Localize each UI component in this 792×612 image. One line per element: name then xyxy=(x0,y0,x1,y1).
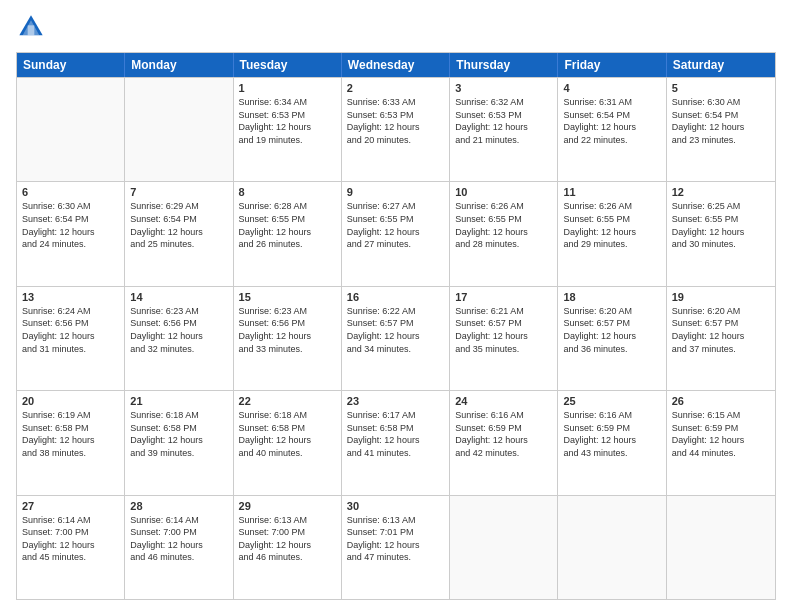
day-info: Sunrise: 6:29 AMSunset: 6:54 PMDaylight:… xyxy=(130,200,227,250)
day-info: Sunrise: 6:34 AMSunset: 6:53 PMDaylight:… xyxy=(239,96,336,146)
day-cell-10: 10Sunrise: 6:26 AMSunset: 6:55 PMDayligh… xyxy=(450,182,558,285)
day-cell-25: 25Sunrise: 6:16 AMSunset: 6:59 PMDayligh… xyxy=(558,391,666,494)
empty-cell xyxy=(17,78,125,181)
calendar: SundayMondayTuesdayWednesdayThursdayFrid… xyxy=(16,52,776,600)
calendar-header-row: SundayMondayTuesdayWednesdayThursdayFrid… xyxy=(17,53,775,77)
day-number: 24 xyxy=(455,395,552,407)
day-cell-15: 15Sunrise: 6:23 AMSunset: 6:56 PMDayligh… xyxy=(234,287,342,390)
day-number: 1 xyxy=(239,82,336,94)
day-cell-30: 30Sunrise: 6:13 AMSunset: 7:01 PMDayligh… xyxy=(342,496,450,599)
day-cell-1: 1Sunrise: 6:34 AMSunset: 6:53 PMDaylight… xyxy=(234,78,342,181)
empty-cell xyxy=(558,496,666,599)
day-info: Sunrise: 6:16 AMSunset: 6:59 PMDaylight:… xyxy=(563,409,660,459)
day-info: Sunrise: 6:22 AMSunset: 6:57 PMDaylight:… xyxy=(347,305,444,355)
weekday-header-thursday: Thursday xyxy=(450,53,558,77)
day-number: 27 xyxy=(22,500,119,512)
calendar-week-1: 1Sunrise: 6:34 AMSunset: 6:53 PMDaylight… xyxy=(17,77,775,181)
day-cell-16: 16Sunrise: 6:22 AMSunset: 6:57 PMDayligh… xyxy=(342,287,450,390)
day-cell-11: 11Sunrise: 6:26 AMSunset: 6:55 PMDayligh… xyxy=(558,182,666,285)
day-info: Sunrise: 6:18 AMSunset: 6:58 PMDaylight:… xyxy=(239,409,336,459)
day-cell-22: 22Sunrise: 6:18 AMSunset: 6:58 PMDayligh… xyxy=(234,391,342,494)
day-cell-23: 23Sunrise: 6:17 AMSunset: 6:58 PMDayligh… xyxy=(342,391,450,494)
day-number: 29 xyxy=(239,500,336,512)
day-cell-14: 14Sunrise: 6:23 AMSunset: 6:56 PMDayligh… xyxy=(125,287,233,390)
calendar-body: 1Sunrise: 6:34 AMSunset: 6:53 PMDaylight… xyxy=(17,77,775,599)
weekday-header-saturday: Saturday xyxy=(667,53,775,77)
calendar-week-3: 13Sunrise: 6:24 AMSunset: 6:56 PMDayligh… xyxy=(17,286,775,390)
day-number: 21 xyxy=(130,395,227,407)
day-cell-29: 29Sunrise: 6:13 AMSunset: 7:00 PMDayligh… xyxy=(234,496,342,599)
day-info: Sunrise: 6:26 AMSunset: 6:55 PMDaylight:… xyxy=(455,200,552,250)
day-cell-7: 7Sunrise: 6:29 AMSunset: 6:54 PMDaylight… xyxy=(125,182,233,285)
calendar-week-4: 20Sunrise: 6:19 AMSunset: 6:58 PMDayligh… xyxy=(17,390,775,494)
day-number: 20 xyxy=(22,395,119,407)
empty-cell xyxy=(450,496,558,599)
day-cell-18: 18Sunrise: 6:20 AMSunset: 6:57 PMDayligh… xyxy=(558,287,666,390)
day-info: Sunrise: 6:13 AMSunset: 7:01 PMDaylight:… xyxy=(347,514,444,564)
day-number: 3 xyxy=(455,82,552,94)
day-info: Sunrise: 6:16 AMSunset: 6:59 PMDaylight:… xyxy=(455,409,552,459)
header xyxy=(16,12,776,42)
day-number: 4 xyxy=(563,82,660,94)
day-cell-27: 27Sunrise: 6:14 AMSunset: 7:00 PMDayligh… xyxy=(17,496,125,599)
logo xyxy=(16,12,50,42)
day-cell-13: 13Sunrise: 6:24 AMSunset: 6:56 PMDayligh… xyxy=(17,287,125,390)
weekday-header-monday: Monday xyxy=(125,53,233,77)
day-number: 8 xyxy=(239,186,336,198)
day-info: Sunrise: 6:30 AMSunset: 6:54 PMDaylight:… xyxy=(22,200,119,250)
day-number: 18 xyxy=(563,291,660,303)
day-number: 12 xyxy=(672,186,770,198)
weekday-header-tuesday: Tuesday xyxy=(234,53,342,77)
page: SundayMondayTuesdayWednesdayThursdayFrid… xyxy=(0,0,792,612)
day-info: Sunrise: 6:18 AMSunset: 6:58 PMDaylight:… xyxy=(130,409,227,459)
day-cell-5: 5Sunrise: 6:30 AMSunset: 6:54 PMDaylight… xyxy=(667,78,775,181)
empty-cell xyxy=(125,78,233,181)
day-cell-24: 24Sunrise: 6:16 AMSunset: 6:59 PMDayligh… xyxy=(450,391,558,494)
day-info: Sunrise: 6:21 AMSunset: 6:57 PMDaylight:… xyxy=(455,305,552,355)
day-cell-3: 3Sunrise: 6:32 AMSunset: 6:53 PMDaylight… xyxy=(450,78,558,181)
day-number: 15 xyxy=(239,291,336,303)
day-info: Sunrise: 6:32 AMSunset: 6:53 PMDaylight:… xyxy=(455,96,552,146)
day-info: Sunrise: 6:20 AMSunset: 6:57 PMDaylight:… xyxy=(563,305,660,355)
day-cell-2: 2Sunrise: 6:33 AMSunset: 6:53 PMDaylight… xyxy=(342,78,450,181)
day-cell-21: 21Sunrise: 6:18 AMSunset: 6:58 PMDayligh… xyxy=(125,391,233,494)
calendar-week-2: 6Sunrise: 6:30 AMSunset: 6:54 PMDaylight… xyxy=(17,181,775,285)
day-info: Sunrise: 6:13 AMSunset: 7:00 PMDaylight:… xyxy=(239,514,336,564)
day-number: 13 xyxy=(22,291,119,303)
svg-rect-2 xyxy=(28,25,35,35)
day-info: Sunrise: 6:20 AMSunset: 6:57 PMDaylight:… xyxy=(672,305,770,355)
day-number: 9 xyxy=(347,186,444,198)
day-number: 22 xyxy=(239,395,336,407)
weekday-header-wednesday: Wednesday xyxy=(342,53,450,77)
day-number: 6 xyxy=(22,186,119,198)
day-info: Sunrise: 6:30 AMSunset: 6:54 PMDaylight:… xyxy=(672,96,770,146)
day-number: 7 xyxy=(130,186,227,198)
day-number: 14 xyxy=(130,291,227,303)
day-number: 10 xyxy=(455,186,552,198)
day-cell-20: 20Sunrise: 6:19 AMSunset: 6:58 PMDayligh… xyxy=(17,391,125,494)
day-number: 11 xyxy=(563,186,660,198)
empty-cell xyxy=(667,496,775,599)
day-info: Sunrise: 6:17 AMSunset: 6:58 PMDaylight:… xyxy=(347,409,444,459)
day-info: Sunrise: 6:14 AMSunset: 7:00 PMDaylight:… xyxy=(22,514,119,564)
day-number: 19 xyxy=(672,291,770,303)
day-cell-8: 8Sunrise: 6:28 AMSunset: 6:55 PMDaylight… xyxy=(234,182,342,285)
day-info: Sunrise: 6:19 AMSunset: 6:58 PMDaylight:… xyxy=(22,409,119,459)
day-info: Sunrise: 6:33 AMSunset: 6:53 PMDaylight:… xyxy=(347,96,444,146)
day-number: 28 xyxy=(130,500,227,512)
day-number: 30 xyxy=(347,500,444,512)
day-info: Sunrise: 6:26 AMSunset: 6:55 PMDaylight:… xyxy=(563,200,660,250)
logo-icon xyxy=(16,12,46,42)
day-cell-19: 19Sunrise: 6:20 AMSunset: 6:57 PMDayligh… xyxy=(667,287,775,390)
day-number: 26 xyxy=(672,395,770,407)
day-info: Sunrise: 6:15 AMSunset: 6:59 PMDaylight:… xyxy=(672,409,770,459)
day-cell-6: 6Sunrise: 6:30 AMSunset: 6:54 PMDaylight… xyxy=(17,182,125,285)
day-info: Sunrise: 6:27 AMSunset: 6:55 PMDaylight:… xyxy=(347,200,444,250)
day-info: Sunrise: 6:25 AMSunset: 6:55 PMDaylight:… xyxy=(672,200,770,250)
day-number: 16 xyxy=(347,291,444,303)
weekday-header-friday: Friday xyxy=(558,53,666,77)
weekday-header-sunday: Sunday xyxy=(17,53,125,77)
day-number: 23 xyxy=(347,395,444,407)
calendar-week-5: 27Sunrise: 6:14 AMSunset: 7:00 PMDayligh… xyxy=(17,495,775,599)
day-info: Sunrise: 6:31 AMSunset: 6:54 PMDaylight:… xyxy=(563,96,660,146)
